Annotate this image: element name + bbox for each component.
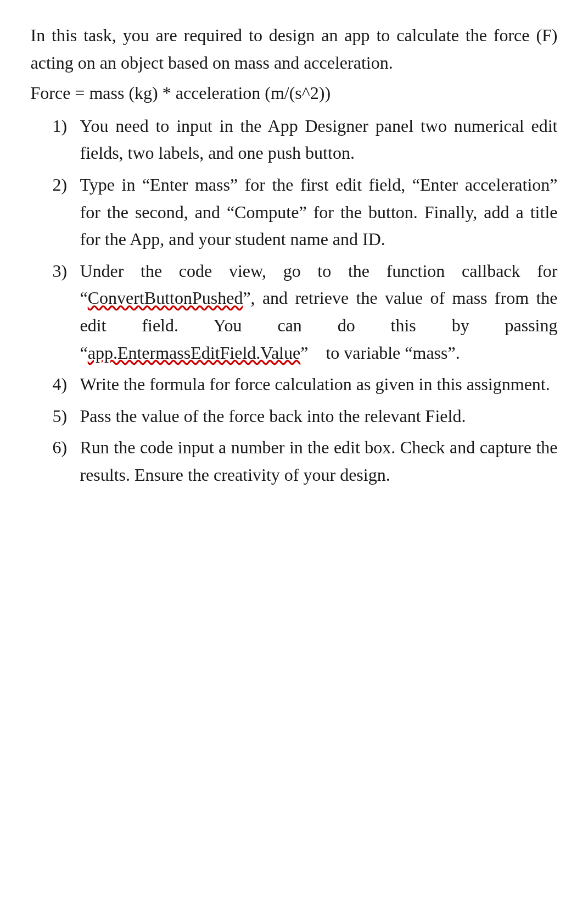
list-number-1: 1) [53,113,80,140]
list-number-3: 3) [53,258,80,285]
list-number-5: 5) [53,403,80,430]
formula-line: Force = mass (kg) * acceleration (m/(s^2… [31,80,558,107]
list-item-5: 5) Pass the value of the force back into… [53,403,558,430]
list-text-2: Type in “Enter mass” for the first edit … [80,171,558,253]
list-text-4: Write the formula for force calculation … [80,371,558,398]
list-item-2: 2) Type in “Enter mass” for the first ed… [53,171,558,253]
list-text-3: Under the code view, go to the function … [80,258,558,367]
list-number-2: 2) [53,171,80,199]
list-item-3: 3) Under the code view, go to the functi… [53,258,558,367]
list-number-4: 4) [53,371,80,398]
app-entermass-text: app.EntermassEditField.Value [88,343,300,363]
list-text-5: Pass the value of the force back into th… [80,403,558,430]
list-text-6: Run the code input a number in the edit … [80,434,558,488]
list-number-6: 6) [53,434,80,462]
list-item-4: 4) Write the formula for force calculati… [53,371,558,398]
page-content: In this task, you are required to design… [31,22,558,489]
list-item-1: 1) You need to input in the App Designer… [53,113,558,167]
list-item-6: 6) Run the code input a number in the ed… [53,434,558,488]
list-text-1: You need to input in the App Designer pa… [80,113,558,167]
convert-button-pushed-text: ConvertButtonPushed [88,288,243,308]
intro-paragraph: In this task, you are required to design… [31,22,558,76]
numbered-list: 1) You need to input in the App Designer… [53,113,558,489]
